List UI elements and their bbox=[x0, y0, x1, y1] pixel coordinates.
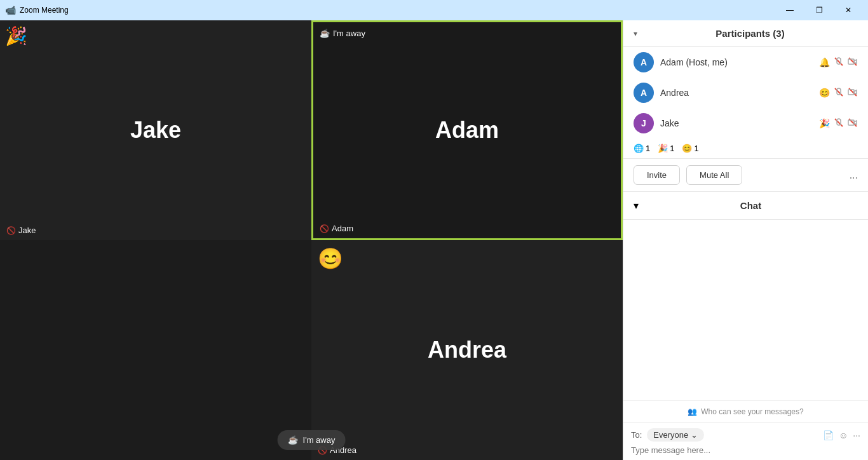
close-button[interactable]: ✕ bbox=[834, 0, 863, 20]
adam-muted-icon: 🚫 bbox=[320, 224, 329, 233]
avatar-adam: A bbox=[634, 52, 654, 72]
emoji-chat-icon[interactable]: ☺ bbox=[839, 430, 848, 440]
jake-label-text: Jake bbox=[18, 226, 36, 235]
participants-header: ▾ Participants (3) bbox=[623, 20, 868, 47]
chat-messages-area bbox=[623, 220, 868, 400]
to-label: To: bbox=[631, 430, 642, 440]
who-can-see-bar: 👥 Who can see your messages? bbox=[623, 400, 868, 423]
jake-muted-icon: 🚫 bbox=[6, 226, 16, 235]
video-tile-andrea: 😊 Andrea 🚫 Andrea bbox=[311, 240, 623, 460]
main-layout: 🎉 Jake 🚫 Jake ☕ I'm away Adam 🚫 Adam 😊 bbox=[0, 20, 868, 460]
avatar-jake: J bbox=[634, 113, 654, 133]
chat-input-area: To: Everyone ⌄ 📄 ☺ ··· bbox=[623, 423, 868, 460]
globe-count: 1 bbox=[646, 144, 650, 153]
adam-away-badge: ☕ I'm away bbox=[320, 29, 365, 38]
more-chat-icon[interactable]: ··· bbox=[853, 430, 860, 440]
reactions-bar: 🌐 1 🎉 1 😊 1 bbox=[623, 139, 868, 159]
smile-count: 1 bbox=[694, 144, 698, 153]
video-tile-empty bbox=[0, 240, 311, 460]
away-text: I'm away bbox=[333, 29, 365, 38]
new-chat-icon[interactable]: 📄 bbox=[823, 430, 834, 440]
jake-party-icon[interactable]: 🎉 bbox=[819, 118, 830, 128]
participant-name-andrea: Andrea bbox=[660, 88, 813, 98]
chat-message-input[interactable] bbox=[631, 445, 860, 455]
participants-collapse-icon[interactable]: ▾ bbox=[634, 29, 637, 38]
andrea-video-icon[interactable] bbox=[848, 87, 858, 99]
participant-name-adam: Adam (Host, me) bbox=[660, 57, 813, 67]
chat-collapse-icon[interactable]: ▾ bbox=[634, 200, 639, 212]
minimize-button[interactable]: — bbox=[775, 0, 804, 20]
chat-title: Chat bbox=[644, 200, 858, 211]
away-status-coffee-icon: ☕ bbox=[288, 435, 298, 445]
adam-label-text: Adam bbox=[332, 224, 353, 233]
andrea-controls: 😊 bbox=[819, 87, 858, 99]
to-everyone-text: Everyone bbox=[653, 430, 688, 440]
chat-to-row: To: Everyone ⌄ 📄 ☺ ··· bbox=[631, 428, 860, 442]
video-tile-adam: ☕ I'm away Adam 🚫 Adam bbox=[311, 20, 623, 240]
reaction-smile[interactable]: 😊 1 bbox=[682, 144, 698, 153]
participant-item-jake: J Jake 🎉 bbox=[623, 108, 868, 139]
andrea-smile-emoji: 😊 bbox=[318, 247, 343, 271]
action-buttons: Invite Mute All ... bbox=[623, 159, 868, 192]
participant-item-andrea: A Andrea 😊 bbox=[623, 78, 868, 108]
who-can-see-text: Who can see your messages? bbox=[701, 407, 803, 416]
people-icon: 👥 bbox=[688, 407, 697, 416]
avatar-andrea: A bbox=[634, 83, 654, 103]
chevron-down-icon: ⌄ bbox=[691, 430, 698, 440]
andrea-smile-ctrl-icon[interactable]: 😊 bbox=[819, 88, 830, 98]
video-area: 🎉 Jake 🚫 Jake ☕ I'm away Adam 🚫 Adam 😊 bbox=[0, 20, 623, 460]
app-icon: 📹 bbox=[5, 5, 16, 15]
jake-name-label: 🚫 Jake bbox=[6, 226, 36, 235]
title-bar-left: 📹 Zoom Meeting bbox=[5, 5, 69, 15]
title-bar: 📹 Zoom Meeting — ❐ ✕ bbox=[0, 0, 868, 20]
participant-name-jake: Jake bbox=[660, 118, 813, 128]
jake-video-icon[interactable] bbox=[848, 118, 858, 130]
chat-section: ▾ Chat 👥 Who can see your messages? To: … bbox=[623, 192, 868, 460]
coffee-icon: ☕ bbox=[320, 29, 330, 38]
adam-name-label: 🚫 Adam bbox=[320, 224, 353, 233]
adam-name-large: Adam bbox=[435, 117, 499, 144]
away-status-bar[interactable]: ☕ I'm away bbox=[278, 430, 346, 450]
party-emoji-jake: 🎉 bbox=[5, 25, 27, 46]
mute-all-button[interactable]: Mute All bbox=[686, 165, 742, 185]
globe-icon: 🌐 bbox=[634, 144, 644, 153]
adam-controls: 🔔 bbox=[819, 57, 858, 69]
chat-input-row bbox=[631, 445, 860, 455]
andrea-name-large: Andrea bbox=[428, 337, 506, 363]
chat-header: ▾ Chat bbox=[623, 192, 868, 220]
jake-mute-icon[interactable] bbox=[834, 118, 844, 130]
jake-name-large: Jake bbox=[130, 117, 181, 144]
party-icon: 🎉 bbox=[658, 144, 668, 153]
participants-section: ▾ Participants (3) A Adam (Host, me) 🔔 bbox=[623, 20, 868, 192]
party-count: 1 bbox=[670, 144, 674, 153]
reaction-globe[interactable]: 🌐 1 bbox=[634, 144, 650, 153]
to-dropdown[interactable]: Everyone ⌄ bbox=[647, 428, 704, 442]
smile-icon: 😊 bbox=[682, 144, 692, 153]
jake-controls: 🎉 bbox=[819, 118, 858, 130]
invite-button[interactable]: Invite bbox=[634, 165, 680, 185]
participant-item-adam: A Adam (Host, me) 🔔 bbox=[623, 47, 868, 78]
window-controls: — ❐ ✕ bbox=[775, 0, 863, 20]
right-panel: ▾ Participants (3) A Adam (Host, me) 🔔 bbox=[623, 20, 868, 460]
adam-video-icon[interactable] bbox=[848, 57, 858, 69]
andrea-mute-icon[interactable] bbox=[834, 87, 844, 99]
video-tile-jake: 🎉 Jake 🚫 Jake bbox=[0, 20, 311, 240]
participants-title: Participants (3) bbox=[642, 28, 858, 39]
adam-mute-icon[interactable] bbox=[834, 57, 844, 69]
adam-notification-icon[interactable]: 🔔 bbox=[819, 57, 830, 67]
window-title: Zoom Meeting bbox=[20, 6, 69, 15]
away-status-text: I'm away bbox=[303, 435, 336, 445]
more-options-button[interactable]: ... bbox=[850, 170, 858, 181]
maximize-button[interactable]: ❐ bbox=[804, 0, 834, 20]
reaction-party[interactable]: 🎉 1 bbox=[658, 144, 674, 153]
